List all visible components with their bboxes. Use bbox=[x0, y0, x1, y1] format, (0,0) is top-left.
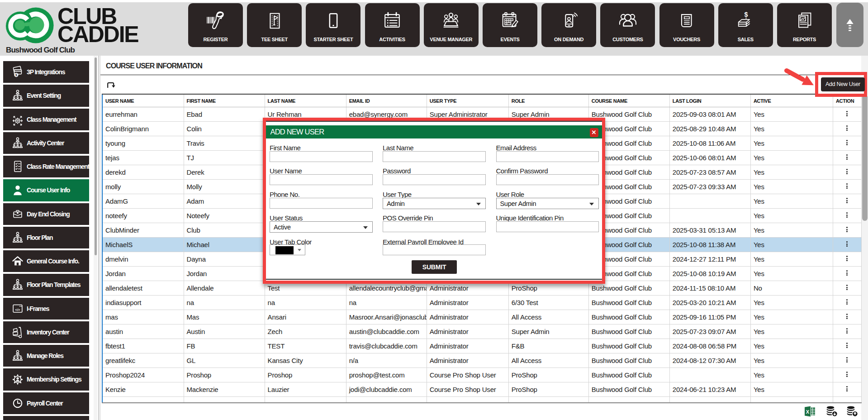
svg-text:$: $ bbox=[15, 74, 17, 77]
svg-text:$: $ bbox=[745, 11, 748, 18]
svg-text:</>: </> bbox=[15, 308, 20, 312]
svg-text:X: X bbox=[806, 409, 810, 415]
